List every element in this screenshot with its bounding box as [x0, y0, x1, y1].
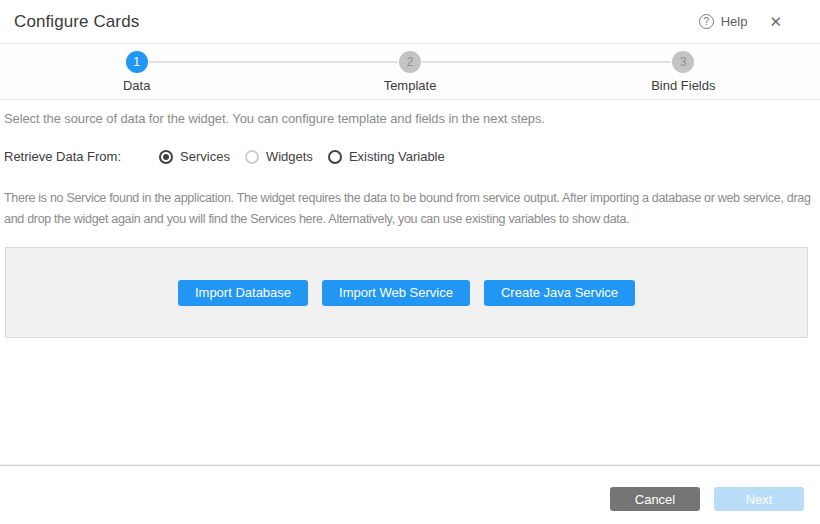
wizard-stepper: 1 Data 2 Template 3 Bind Fields: [0, 44, 820, 100]
retrieve-data-label: Retrieve Data From:: [4, 149, 121, 164]
page-title: Configure Cards: [14, 12, 139, 32]
stepper-step-template[interactable]: 2 Template: [350, 51, 470, 93]
cancel-button[interactable]: Cancel: [610, 487, 700, 511]
step-label: Template: [350, 78, 470, 93]
radio-unselected-icon: [328, 150, 342, 164]
no-service-info-text: There is no Service found in the applica…: [4, 188, 818, 230]
help-button[interactable]: ? Help: [699, 14, 748, 29]
step-label: Bind Fields: [623, 78, 743, 93]
help-label: Help: [721, 14, 748, 29]
radio-unselected-icon: [245, 150, 259, 164]
retrieve-data-row: Retrieve Data From: Services Widgets Exi…: [4, 149, 816, 164]
radio-services[interactable]: Services: [159, 149, 230, 164]
next-button[interactable]: Next: [714, 487, 804, 511]
dialog-header: Configure Cards ? Help ✕: [0, 0, 820, 44]
radio-label: Services: [180, 149, 230, 164]
radio-widgets[interactable]: Widgets: [245, 149, 313, 164]
step-number-badge: 3: [672, 51, 694, 73]
stepper-step-data[interactable]: 1 Data: [77, 51, 197, 93]
radio-label: Widgets: [266, 149, 313, 164]
step-number-badge: 2: [399, 51, 421, 73]
import-web-service-button[interactable]: Import Web Service: [322, 280, 470, 306]
step-label: Data: [77, 78, 197, 93]
help-icon-glyph: ?: [703, 16, 709, 27]
close-icon[interactable]: ✕: [769, 14, 782, 29]
import-database-button[interactable]: Import Database: [178, 280, 308, 306]
configure-cards-dialog: Configure Cards ? Help ✕ 1 Data 2 Templa…: [0, 0, 820, 524]
step-description-text: Select the source of data for the widget…: [4, 111, 816, 126]
header-actions: ? Help ✕: [699, 14, 782, 29]
step-number-badge: 1: [126, 51, 148, 73]
radio-existing-variable[interactable]: Existing Variable: [328, 149, 445, 164]
create-java-service-button[interactable]: Create Java Service: [484, 280, 635, 306]
service-actions-panel: Import Database Import Web Service Creat…: [5, 247, 808, 338]
radio-label: Existing Variable: [349, 149, 445, 164]
stepper-step-bind-fields[interactable]: 3 Bind Fields: [623, 51, 743, 93]
help-icon: ?: [699, 14, 714, 29]
dialog-footer: Cancel Next: [0, 465, 820, 524]
radio-selected-icon: [159, 150, 173, 164]
